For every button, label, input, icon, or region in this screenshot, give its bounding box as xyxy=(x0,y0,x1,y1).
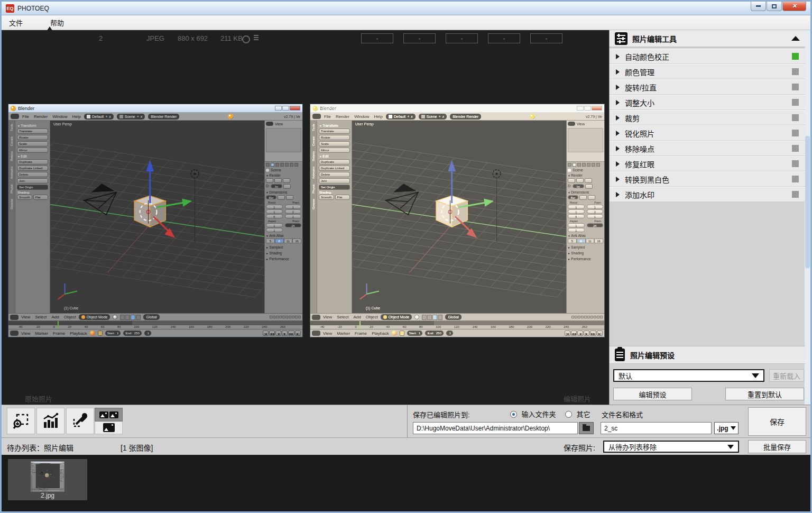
toolshelf: Transform TranslateRotateScaleMirror Edi… xyxy=(15,121,50,313)
color-picker-button[interactable] xyxy=(66,408,94,434)
after-save-action-dropdown[interactable]: 从待办列表移除 xyxy=(603,441,739,453)
tool-item[interactable]: 移除噪点 xyxy=(610,141,805,156)
placeholder-button[interactable]: - xyxy=(403,33,436,43)
expand-arrow-icon[interactable] xyxy=(616,69,620,75)
edited-photo-preview[interactable]: Blender FileRenderWindowHelp Default Sce… xyxy=(310,104,605,337)
reset-default-button[interactable]: 重置到默认 xyxy=(725,388,804,400)
view-mode-button[interactable] xyxy=(95,408,123,434)
editor-type-icon xyxy=(312,331,320,336)
timeline-menu-item: Playback xyxy=(70,331,87,336)
shading-button: Smooth xyxy=(17,195,32,200)
outliner: View xyxy=(265,121,302,162)
outliner-view-menu: View xyxy=(61,464,62,464)
radio-input-folder[interactable]: 输入文件夹 xyxy=(510,409,556,419)
filename-format-label: 文件名和格式 xyxy=(602,409,643,419)
timeline-header: ViewMarkerFramePlayback Start:1 End:250 … xyxy=(310,329,604,337)
histogram-button[interactable] xyxy=(36,408,64,434)
tool-status-indicator xyxy=(792,53,799,60)
menu-file[interactable]: 文件 xyxy=(2,17,30,28)
expand-arrow-icon[interactable] xyxy=(616,161,620,167)
tool-status-indicator xyxy=(792,145,799,152)
layout-icon xyxy=(389,115,392,118)
tools-panel-header[interactable]: 照片编辑工具 xyxy=(610,30,805,48)
expand-arrow-icon[interactable] xyxy=(616,131,620,136)
blender-info-header: FileRenderWindowHelp Default Scene Blend… xyxy=(310,113,604,121)
frame-number: -20 xyxy=(35,325,40,329)
placeholder-button[interactable]: - xyxy=(446,33,478,43)
clipboard-icon xyxy=(615,349,625,361)
blender-menu-item: Render xyxy=(336,114,349,119)
mode-dropdown: Object Mode xyxy=(381,314,412,320)
filename-input[interactable]: 2_sc xyxy=(601,422,712,434)
folder-icon xyxy=(583,426,590,431)
outliner-view-menu: View xyxy=(577,122,585,126)
reload-preset-button[interactable]: 重新载入 xyxy=(769,369,804,382)
tool-item[interactable]: 调整大小 xyxy=(610,95,805,110)
expand-arrow-icon[interactable] xyxy=(616,177,620,182)
mini-axis-gizmo xyxy=(360,283,379,299)
tool-item[interactable]: 添加水印 xyxy=(610,187,805,202)
single-view-option[interactable] xyxy=(95,422,123,434)
tool-item[interactable]: 裁剪 xyxy=(610,110,805,125)
tool-item-label: 移除噪点 xyxy=(625,143,792,154)
expand-arrow-icon[interactable] xyxy=(616,85,620,90)
playback-icon: ▶| xyxy=(63,490,63,491)
thumbnail-image[interactable]: Blender FileRenderWindowHelp Default Sce… xyxy=(31,462,64,491)
active-object-label: (1) Cube xyxy=(366,306,380,310)
tool-item-label: 自动颜色校正 xyxy=(625,51,792,62)
toolshelf-tab: Create xyxy=(31,466,32,467)
tool-item[interactable]: 修复红眼 xyxy=(610,156,805,171)
sample-button: 5 xyxy=(568,239,577,243)
add-icon xyxy=(105,115,107,118)
scene-dropdown: Scene xyxy=(117,114,145,120)
frame-number: 20 xyxy=(68,325,71,329)
expand-arrow-icon[interactable] xyxy=(616,100,620,105)
compare-view-option[interactable] xyxy=(95,408,123,422)
maximize-button[interactable] xyxy=(767,2,782,11)
value-field: 1 xyxy=(568,205,585,209)
expand-arrow-icon[interactable] xyxy=(616,115,620,121)
browse-folder-button[interactable] xyxy=(579,422,594,434)
blender-screenshot: Blender FileRenderWindowHelp Default Sce… xyxy=(31,462,64,491)
thumbnail-item[interactable]: Blender FileRenderWindowHelp Default Sce… xyxy=(8,459,87,500)
original-photo-preview[interactable]: Blender FileRenderWindowHelp Default Sce… xyxy=(8,104,303,337)
close-icon: ✕ xyxy=(792,3,797,10)
minimize-button[interactable] xyxy=(751,2,766,11)
playback-icon: |◀ xyxy=(263,331,269,336)
properties-editor: Scene Render D:Im Dimensions Rer ResolFr… xyxy=(265,162,302,313)
image-dimensions: 880 x 692 xyxy=(178,34,208,42)
edit-preset-button[interactable]: 编辑预设 xyxy=(613,388,692,400)
view-name-label: User Persp xyxy=(53,122,72,126)
collapse-icon[interactable] xyxy=(791,36,800,41)
placeholder-button[interactable]: - xyxy=(361,33,393,43)
tool-status-indicator xyxy=(792,99,799,106)
tool-item-label: 颜色管理 xyxy=(625,67,792,77)
lock-icon xyxy=(400,331,404,336)
format-dropdown[interactable]: .jpg xyxy=(714,422,739,434)
expand-arrow-icon[interactable] xyxy=(616,192,620,197)
save-path-input[interactable]: D:\HugoMoveData\User\Administrator\Deskt… xyxy=(413,422,578,434)
frame-number: -40 xyxy=(320,325,325,329)
zoom-select-button[interactable] xyxy=(7,408,35,434)
radio-other[interactable]: 其它 xyxy=(565,409,590,419)
frame-number: 20 xyxy=(370,325,373,329)
tool-item[interactable]: 旋转/拉直 xyxy=(610,79,805,95)
sidebar-scrollbar[interactable] xyxy=(805,30,810,405)
preset-dropdown[interactable]: 默认 xyxy=(613,369,764,382)
tool-item[interactable]: 自动颜色校正 xyxy=(610,49,805,64)
3d-viewport: User Persp (1) Cube xyxy=(36,464,60,488)
timeline-ruler: -40-200204060801001201401601802002202402… xyxy=(8,320,302,329)
tool-item[interactable]: 颜色管理 xyxy=(610,64,805,79)
placeholder-button[interactable]: - xyxy=(530,33,562,43)
tool-item[interactable]: 转换到黑白色 xyxy=(610,171,805,187)
expand-arrow-icon[interactable] xyxy=(616,54,620,59)
scrollbar-thumb[interactable] xyxy=(805,136,810,268)
record-icon xyxy=(90,331,95,336)
record-icon xyxy=(392,331,397,336)
batch-save-button[interactable]: 批量保存 xyxy=(748,440,806,453)
tool-item[interactable]: 锐化照片 xyxy=(610,125,805,141)
save-button[interactable]: 保存 xyxy=(748,407,806,436)
close-button[interactable]: ✕ xyxy=(782,2,806,11)
expand-arrow-icon[interactable] xyxy=(616,146,620,151)
placeholder-button[interactable]: - xyxy=(488,33,520,43)
